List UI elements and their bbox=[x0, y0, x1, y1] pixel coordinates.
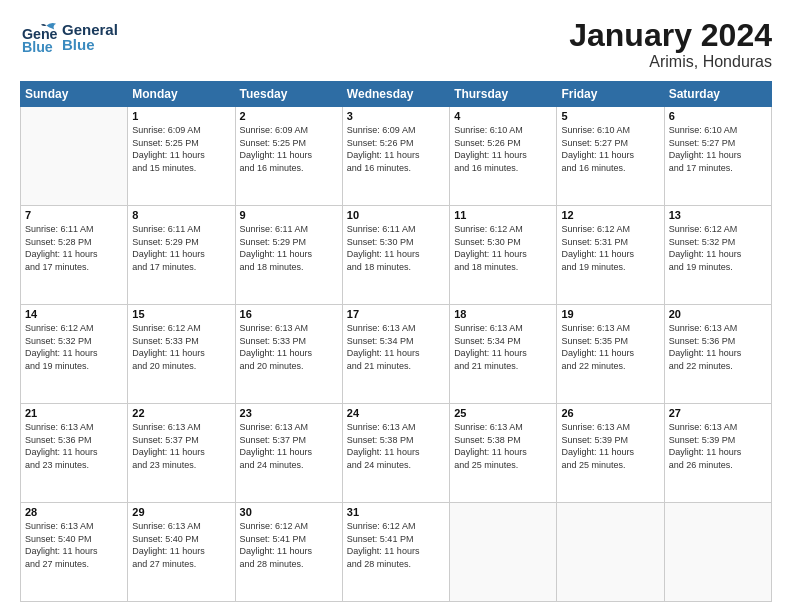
calendar-cell: 18Sunrise: 6:13 AMSunset: 5:34 PMDayligh… bbox=[450, 305, 557, 404]
day-number: 18 bbox=[454, 308, 552, 320]
day-info: Sunrise: 6:13 AMSunset: 5:38 PMDaylight:… bbox=[347, 421, 445, 471]
calendar-cell: 25Sunrise: 6:13 AMSunset: 5:38 PMDayligh… bbox=[450, 404, 557, 503]
day-number: 9 bbox=[240, 209, 338, 221]
calendar-table: SundayMondayTuesdayWednesdayThursdayFrid… bbox=[20, 81, 772, 602]
calendar-cell: 7Sunrise: 6:11 AMSunset: 5:28 PMDaylight… bbox=[21, 206, 128, 305]
day-info: Sunrise: 6:09 AMSunset: 5:25 PMDaylight:… bbox=[132, 124, 230, 174]
calendar-cell: 13Sunrise: 6:12 AMSunset: 5:32 PMDayligh… bbox=[664, 206, 771, 305]
calendar-cell: 16Sunrise: 6:13 AMSunset: 5:33 PMDayligh… bbox=[235, 305, 342, 404]
calendar-cell: 31Sunrise: 6:12 AMSunset: 5:41 PMDayligh… bbox=[342, 503, 449, 602]
calendar-cell: 6Sunrise: 6:10 AMSunset: 5:27 PMDaylight… bbox=[664, 107, 771, 206]
calendar-subtitle: Arimis, Honduras bbox=[569, 53, 772, 71]
day-info: Sunrise: 6:13 AMSunset: 5:34 PMDaylight:… bbox=[454, 322, 552, 372]
day-info: Sunrise: 6:13 AMSunset: 5:34 PMDaylight:… bbox=[347, 322, 445, 372]
day-number: 3 bbox=[347, 110, 445, 122]
calendar-cell: 27Sunrise: 6:13 AMSunset: 5:39 PMDayligh… bbox=[664, 404, 771, 503]
day-info: Sunrise: 6:13 AMSunset: 5:40 PMDaylight:… bbox=[25, 520, 123, 570]
page: General Blue General Blue January 2024 A… bbox=[0, 0, 792, 612]
calendar-cell: 24Sunrise: 6:13 AMSunset: 5:38 PMDayligh… bbox=[342, 404, 449, 503]
day-number: 1 bbox=[132, 110, 230, 122]
week-row-4: 21Sunrise: 6:13 AMSunset: 5:36 PMDayligh… bbox=[21, 404, 772, 503]
day-info: Sunrise: 6:11 AMSunset: 5:30 PMDaylight:… bbox=[347, 223, 445, 273]
day-info: Sunrise: 6:13 AMSunset: 5:38 PMDaylight:… bbox=[454, 421, 552, 471]
day-number: 29 bbox=[132, 506, 230, 518]
title-block: January 2024 Arimis, Honduras bbox=[569, 18, 772, 71]
calendar-cell: 4Sunrise: 6:10 AMSunset: 5:26 PMDaylight… bbox=[450, 107, 557, 206]
calendar-cell: 10Sunrise: 6:11 AMSunset: 5:30 PMDayligh… bbox=[342, 206, 449, 305]
day-number: 16 bbox=[240, 308, 338, 320]
calendar-cell: 8Sunrise: 6:11 AMSunset: 5:29 PMDaylight… bbox=[128, 206, 235, 305]
day-number: 5 bbox=[561, 110, 659, 122]
calendar-cell bbox=[664, 503, 771, 602]
day-header-thursday: Thursday bbox=[450, 82, 557, 107]
day-number: 21 bbox=[25, 407, 123, 419]
day-number: 13 bbox=[669, 209, 767, 221]
day-number: 15 bbox=[132, 308, 230, 320]
day-number: 17 bbox=[347, 308, 445, 320]
svg-text:Blue: Blue bbox=[22, 39, 53, 55]
day-info: Sunrise: 6:10 AMSunset: 5:26 PMDaylight:… bbox=[454, 124, 552, 174]
day-info: Sunrise: 6:12 AMSunset: 5:30 PMDaylight:… bbox=[454, 223, 552, 273]
day-number: 26 bbox=[561, 407, 659, 419]
day-info: Sunrise: 6:13 AMSunset: 5:37 PMDaylight:… bbox=[132, 421, 230, 471]
logo-icon: General Blue bbox=[20, 18, 58, 56]
logo-name: General Blue bbox=[62, 22, 118, 52]
day-info: Sunrise: 6:09 AMSunset: 5:26 PMDaylight:… bbox=[347, 124, 445, 174]
day-header-monday: Monday bbox=[128, 82, 235, 107]
header: General Blue General Blue January 2024 A… bbox=[20, 18, 772, 71]
day-number: 28 bbox=[25, 506, 123, 518]
day-number: 30 bbox=[240, 506, 338, 518]
day-info: Sunrise: 6:10 AMSunset: 5:27 PMDaylight:… bbox=[669, 124, 767, 174]
calendar-cell: 29Sunrise: 6:13 AMSunset: 5:40 PMDayligh… bbox=[128, 503, 235, 602]
day-number: 27 bbox=[669, 407, 767, 419]
calendar-cell: 11Sunrise: 6:12 AMSunset: 5:30 PMDayligh… bbox=[450, 206, 557, 305]
calendar-cell: 9Sunrise: 6:11 AMSunset: 5:29 PMDaylight… bbox=[235, 206, 342, 305]
calendar-cell bbox=[21, 107, 128, 206]
calendar-cell: 2Sunrise: 6:09 AMSunset: 5:25 PMDaylight… bbox=[235, 107, 342, 206]
day-info: Sunrise: 6:13 AMSunset: 5:36 PMDaylight:… bbox=[669, 322, 767, 372]
day-header-wednesday: Wednesday bbox=[342, 82, 449, 107]
day-header-sunday: Sunday bbox=[21, 82, 128, 107]
day-number: 2 bbox=[240, 110, 338, 122]
week-row-2: 7Sunrise: 6:11 AMSunset: 5:28 PMDaylight… bbox=[21, 206, 772, 305]
day-info: Sunrise: 6:12 AMSunset: 5:32 PMDaylight:… bbox=[25, 322, 123, 372]
calendar-title: January 2024 bbox=[569, 18, 772, 53]
day-number: 6 bbox=[669, 110, 767, 122]
day-number: 7 bbox=[25, 209, 123, 221]
logo: General Blue General Blue bbox=[20, 18, 118, 56]
calendar-cell: 23Sunrise: 6:13 AMSunset: 5:37 PMDayligh… bbox=[235, 404, 342, 503]
day-number: 20 bbox=[669, 308, 767, 320]
day-number: 23 bbox=[240, 407, 338, 419]
calendar-cell bbox=[450, 503, 557, 602]
day-info: Sunrise: 6:12 AMSunset: 5:33 PMDaylight:… bbox=[132, 322, 230, 372]
day-number: 10 bbox=[347, 209, 445, 221]
day-info: Sunrise: 6:13 AMSunset: 5:33 PMDaylight:… bbox=[240, 322, 338, 372]
day-number: 24 bbox=[347, 407, 445, 419]
calendar-cell: 5Sunrise: 6:10 AMSunset: 5:27 PMDaylight… bbox=[557, 107, 664, 206]
day-info: Sunrise: 6:09 AMSunset: 5:25 PMDaylight:… bbox=[240, 124, 338, 174]
calendar-cell bbox=[557, 503, 664, 602]
calendar-cell: 12Sunrise: 6:12 AMSunset: 5:31 PMDayligh… bbox=[557, 206, 664, 305]
calendar-cell: 3Sunrise: 6:09 AMSunset: 5:26 PMDaylight… bbox=[342, 107, 449, 206]
week-row-5: 28Sunrise: 6:13 AMSunset: 5:40 PMDayligh… bbox=[21, 503, 772, 602]
day-number: 22 bbox=[132, 407, 230, 419]
day-info: Sunrise: 6:12 AMSunset: 5:41 PMDaylight:… bbox=[347, 520, 445, 570]
day-info: Sunrise: 6:12 AMSunset: 5:31 PMDaylight:… bbox=[561, 223, 659, 273]
week-row-3: 14Sunrise: 6:12 AMSunset: 5:32 PMDayligh… bbox=[21, 305, 772, 404]
logo-general-text: General bbox=[62, 22, 118, 37]
day-number: 12 bbox=[561, 209, 659, 221]
calendar-cell: 26Sunrise: 6:13 AMSunset: 5:39 PMDayligh… bbox=[557, 404, 664, 503]
day-number: 31 bbox=[347, 506, 445, 518]
week-row-1: 1Sunrise: 6:09 AMSunset: 5:25 PMDaylight… bbox=[21, 107, 772, 206]
day-info: Sunrise: 6:12 AMSunset: 5:41 PMDaylight:… bbox=[240, 520, 338, 570]
calendar-cell: 28Sunrise: 6:13 AMSunset: 5:40 PMDayligh… bbox=[21, 503, 128, 602]
calendar-cell: 15Sunrise: 6:12 AMSunset: 5:33 PMDayligh… bbox=[128, 305, 235, 404]
day-info: Sunrise: 6:13 AMSunset: 5:36 PMDaylight:… bbox=[25, 421, 123, 471]
day-number: 11 bbox=[454, 209, 552, 221]
calendar-cell: 1Sunrise: 6:09 AMSunset: 5:25 PMDaylight… bbox=[128, 107, 235, 206]
day-header-tuesday: Tuesday bbox=[235, 82, 342, 107]
day-number: 14 bbox=[25, 308, 123, 320]
day-info: Sunrise: 6:11 AMSunset: 5:29 PMDaylight:… bbox=[240, 223, 338, 273]
calendar-header-row: SundayMondayTuesdayWednesdayThursdayFrid… bbox=[21, 82, 772, 107]
day-info: Sunrise: 6:10 AMSunset: 5:27 PMDaylight:… bbox=[561, 124, 659, 174]
